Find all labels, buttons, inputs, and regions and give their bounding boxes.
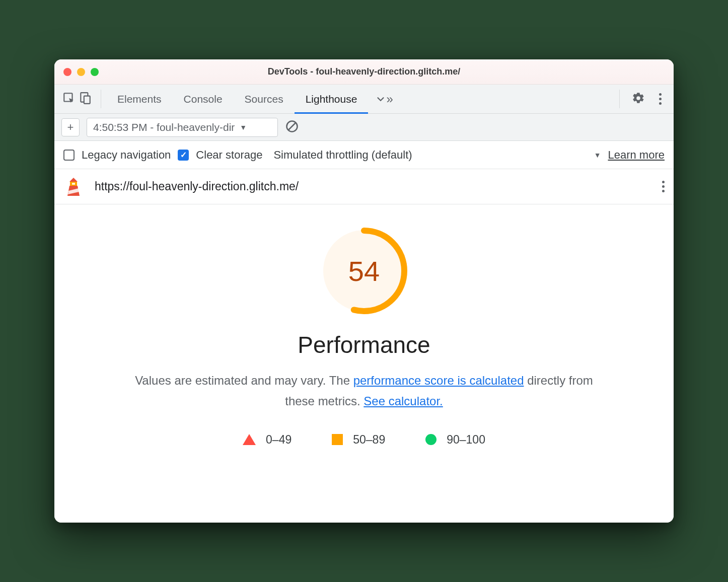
- chevron-down-icon[interactable]: ▼: [594, 151, 601, 159]
- new-report-button[interactable]: +: [61, 118, 80, 136]
- legend-average: 50–89: [332, 433, 385, 447]
- check-icon: ✓: [180, 150, 187, 160]
- performance-description: Values are estimated and may vary. The p…: [125, 371, 603, 412]
- lighthouse-options: Legacy navigation ✓ Clear storage Simula…: [54, 141, 674, 169]
- clear-storage-checkbox[interactable]: ✓: [178, 150, 189, 161]
- window-controls: [63, 68, 99, 76]
- tab-lighthouse[interactable]: Lighthouse: [295, 85, 369, 113]
- audited-url: https://foul-heavenly-direction.glitch.m…: [95, 180, 299, 193]
- more-tabs-button[interactable]: »: [368, 85, 400, 113]
- report-menu-button[interactable]: [662, 181, 665, 192]
- zoom-window-button[interactable]: [91, 68, 99, 76]
- learn-more-link[interactable]: Learn more: [608, 149, 665, 162]
- lighthouse-icon: [63, 177, 84, 197]
- throttling-label: Simulated throttling (default): [273, 149, 412, 162]
- devtools-window: DevTools - foul-heavenly-direction.glitc…: [54, 59, 674, 523]
- svg-rect-2: [84, 96, 90, 103]
- devtools-tabbar: Elements Console Sources Lighthouse »: [54, 85, 674, 114]
- report-body: 54 Performance Values are estimated and …: [54, 204, 674, 523]
- svg-rect-7: [72, 183, 75, 185]
- square-icon: [332, 434, 343, 445]
- titlebar: DevTools - foul-heavenly-direction.glitc…: [54, 59, 674, 85]
- inspect-icon[interactable]: [62, 92, 76, 107]
- legend-pass: 90–100: [425, 433, 485, 447]
- tab-console[interactable]: Console: [173, 85, 234, 113]
- svg-line-4: [288, 123, 296, 130]
- circle-icon: [425, 434, 436, 445]
- performance-score: 54: [319, 226, 409, 316]
- tab-elements[interactable]: Elements: [106, 85, 173, 113]
- devtools-menu-button[interactable]: [652, 85, 669, 113]
- report-url-row: https://foul-heavenly-direction.glitch.m…: [54, 169, 674, 204]
- gear-icon: [632, 92, 645, 107]
- performance-heading: Performance: [298, 331, 430, 358]
- svg-marker-5: [69, 178, 78, 182]
- see-calculator-link[interactable]: See calculator.: [363, 394, 443, 408]
- window-title: DevTools - foul-heavenly-direction.glitc…: [268, 66, 461, 77]
- lighthouse-toolbar: + 4:50:53 PM - foul-heavenly-dir ▼: [54, 114, 674, 141]
- legend-fail: 0–49: [243, 433, 292, 447]
- chevron-down-icon: ▼: [240, 123, 247, 131]
- report-label: 4:50:53 PM - foul-heavenly-dir: [93, 121, 235, 133]
- clear-storage-label: Clear storage: [196, 149, 262, 162]
- legacy-nav-checkbox[interactable]: [63, 150, 75, 161]
- tab-sources[interactable]: Sources: [234, 85, 295, 113]
- report-selector[interactable]: 4:50:53 PM - foul-heavenly-dir ▼: [87, 118, 278, 137]
- score-legend: 0–49 50–89 90–100: [243, 433, 485, 447]
- device-toggle-icon[interactable]: [79, 92, 92, 107]
- score-calc-link[interactable]: performance score is calculated: [353, 374, 524, 387]
- settings-button[interactable]: [625, 85, 652, 113]
- kebab-icon: [659, 93, 662, 105]
- close-window-button[interactable]: [63, 68, 71, 76]
- performance-gauge: 54: [319, 226, 409, 316]
- clear-icon[interactable]: [285, 119, 299, 135]
- triangle-icon: [243, 434, 256, 445]
- minimize-window-button[interactable]: [77, 68, 85, 76]
- legacy-nav-label: Legacy navigation: [82, 149, 171, 162]
- kebab-icon: [662, 181, 665, 192]
